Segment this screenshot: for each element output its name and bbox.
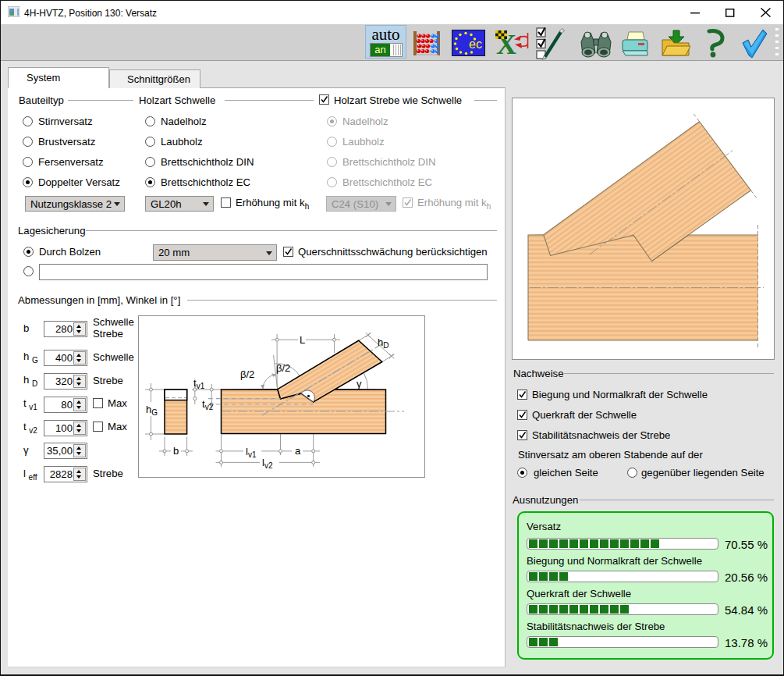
svg-text:hD: hD [378, 336, 388, 350]
svg-text:lv2: lv2 [262, 457, 273, 470]
svg-text:b: b [173, 445, 179, 457]
svg-text:β/2: β/2 [276, 362, 290, 374]
svg-text:L: L [300, 334, 305, 346]
svg-text:tv1: tv1 [193, 377, 205, 390]
svg-text:γ: γ [357, 378, 362, 390]
svg-text:a: a [295, 445, 301, 457]
svg-text:lv1: lv1 [246, 446, 257, 459]
svg-text:β/2: β/2 [240, 368, 254, 380]
svg-text:hG: hG [146, 404, 158, 417]
